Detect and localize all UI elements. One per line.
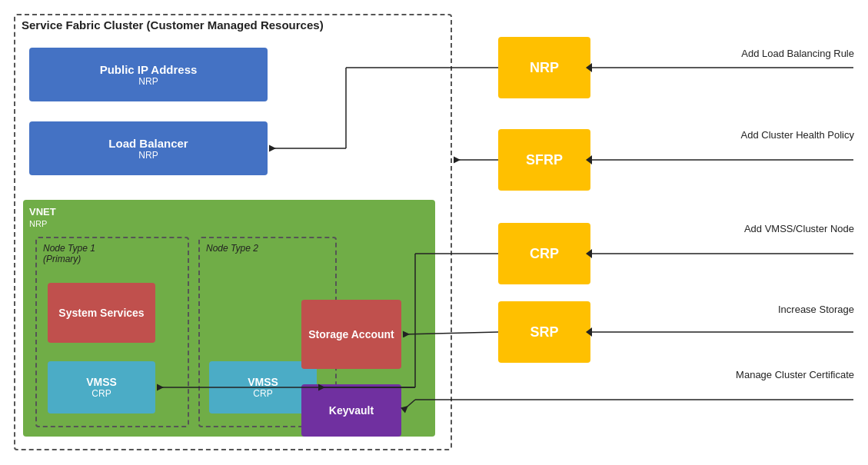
node-type-2-label: Node Type 2 <box>206 243 258 254</box>
vmss-box-1: VMSS CRP <box>48 361 155 414</box>
sfrp-title: SFRP <box>526 152 563 168</box>
keyvault-title: Keyvault <box>329 404 374 417</box>
nrp-title: NRP <box>530 60 559 76</box>
crp-box: CRP <box>498 223 590 284</box>
nrp-box: NRP <box>498 37 590 98</box>
outer-box-title: Service Fabric Cluster (Customer Managed… <box>22 18 324 32</box>
lb-title: Load Balancer <box>108 137 188 150</box>
storage-title: Storage Account <box>308 328 394 340</box>
load-balancer-box: Load Balancer NRP <box>29 121 268 175</box>
vmss-2-sub: CRP <box>253 388 272 399</box>
system-services-box: System Services <box>48 283 155 343</box>
label-manage-cert: Manage Cluster Certificate <box>736 369 854 380</box>
storage-account-box: Storage Account <box>301 300 401 369</box>
public-ip-box: Public IP Address NRP <box>29 48 268 101</box>
label-add-cluster: Add Cluster Health Policy <box>741 129 854 141</box>
srp-title: SRP <box>530 324 558 340</box>
public-ip-sub: NRP <box>138 76 158 87</box>
public-ip-title: Public IP Address <box>100 63 198 76</box>
vmss-box-2: VMSS CRP <box>209 361 317 414</box>
diagram-container: Service Fabric Cluster (Customer Managed… <box>0 0 868 465</box>
keyvault-box: Keyvault <box>301 384 401 437</box>
vnet-sub: NRP <box>29 219 429 228</box>
label-increase-storage: Increase Storage <box>778 304 854 315</box>
system-services-title: System Services <box>58 307 144 319</box>
sfrp-box: SFRP <box>498 129 590 191</box>
srp-box: SRP <box>498 301 590 363</box>
vmss-1-sub: CRP <box>91 388 111 399</box>
vnet-title: VNET <box>29 206 429 218</box>
vmss-1-title: VMSS <box>86 376 117 388</box>
label-add-vmss: Add VMSS/Cluster Node <box>744 223 854 234</box>
lb-sub: NRP <box>138 150 158 161</box>
node-type-1-label: Node Type 1 (Primary) <box>43 243 95 264</box>
crp-title: CRP <box>530 246 559 262</box>
label-add-lb: Add Load Balancing Rule <box>741 48 854 59</box>
vmss-2-title: VMSS <box>248 376 278 388</box>
